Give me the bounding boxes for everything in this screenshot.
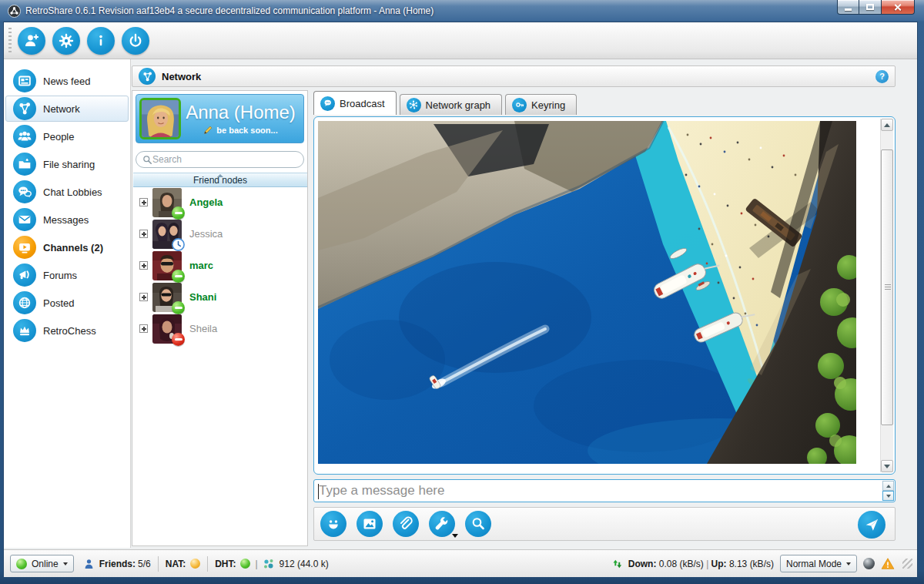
expand-icon[interactable]	[139, 324, 148, 333]
content-area: News feed Network People	[4, 59, 917, 549]
send-button[interactable]	[858, 511, 886, 539]
image-icon	[360, 515, 379, 533]
sort-ascending-icon	[217, 174, 223, 177]
attach-image-button[interactable]	[357, 511, 383, 537]
paperclip-icon	[397, 515, 415, 533]
chat-settings-button[interactable]	[429, 511, 455, 537]
friend-nodes-header[interactable]: Friend nodes	[133, 173, 307, 187]
search-chat-button[interactable]	[465, 511, 491, 537]
input-scroll-down-button[interactable]	[882, 491, 894, 501]
expand-icon[interactable]	[139, 293, 148, 301]
expand-icon[interactable]	[139, 261, 148, 270]
status-selector[interactable]: Online	[10, 555, 74, 572]
gear-icon	[57, 32, 75, 50]
status-left: Online Friends: 5/6 NAT: DHT:	[4, 555, 329, 572]
message-input[interactable]	[319, 482, 858, 500]
info-icon	[92, 32, 110, 50]
attach-file-button[interactable]	[393, 511, 419, 537]
sidebar-item-retrochess[interactable]: RetroChess	[4, 317, 130, 344]
friend-row-angela[interactable]: Angela	[133, 186, 307, 218]
tab-keyring[interactable]: Keyring	[505, 94, 577, 115]
power-icon	[126, 32, 145, 50]
tab-network-graph[interactable]: Network graph	[400, 94, 503, 115]
avatar	[152, 220, 182, 249]
help-button[interactable]: ?	[875, 70, 889, 83]
status-right: Down: 0.08 (kB/s) | Up: 8.13 (kB/s) Norm…	[610, 555, 917, 572]
expand-icon[interactable]	[139, 230, 148, 238]
friend-name: marc	[189, 260, 213, 271]
warning-icon[interactable]	[881, 557, 895, 570]
anna-avatar-photo	[142, 100, 179, 137]
chat-history[interactable]	[313, 116, 896, 475]
close-button[interactable]	[881, 0, 915, 15]
title-bar[interactable]: RetroShare 0.6.1 Revision aaf13eb4 a sec…	[0, 0, 924, 22]
sidebar-item-news-feed[interactable]: News feed	[4, 67, 130, 95]
scroll-up-button[interactable]	[881, 119, 893, 131]
sidebar-item-channels[interactable]: Channels (2)	[4, 233, 130, 261]
chat-bubbles-icon	[13, 180, 36, 203]
channels-icon	[13, 236, 36, 259]
pipe-separator: |	[255, 559, 257, 569]
status-message-button[interactable]: be back soon...	[181, 125, 300, 135]
search-input[interactable]	[152, 154, 297, 165]
friend-row-marc[interactable]: marc	[133, 250, 307, 281]
avatar	[152, 188, 182, 217]
tab-broadcast[interactable]: Broadcast	[313, 91, 397, 115]
friend-row-sheila[interactable]: Sheila	[133, 313, 307, 344]
toolbar-grip[interactable]	[8, 28, 12, 54]
friend-search[interactable]	[136, 151, 304, 168]
about-button[interactable]	[87, 27, 115, 55]
application-window: RetroShare 0.6.1 Revision aaf13eb4 a sec…	[0, 0, 924, 584]
mode-selector[interactable]: Normal Mode	[780, 555, 857, 572]
add-friend-icon	[22, 32, 41, 50]
add-friend-button[interactable]	[18, 27, 45, 55]
quit-button[interactable]	[122, 27, 149, 55]
dht-status-icon	[240, 559, 250, 569]
folder-share-icon	[13, 153, 36, 176]
sidebar-item-messages[interactable]: Messages	[4, 206, 130, 233]
maximize-icon	[866, 4, 874, 10]
chevron-down-icon	[63, 562, 68, 566]
maximize-button[interactable]	[859, 0, 881, 15]
nat-label: NAT:	[166, 559, 186, 569]
sidebar: News feed Network People	[4, 59, 131, 548]
close-icon	[894, 3, 902, 12]
profile-card: Anna (Home) be back soon...	[136, 94, 304, 143]
network-icon	[139, 68, 156, 85]
tab-label: Keyring	[531, 99, 565, 111]
expand-icon[interactable]	[139, 198, 148, 206]
smiley-icon	[324, 515, 343, 533]
sidebar-item-people[interactable]: People	[4, 123, 130, 150]
main-toolbar	[4, 22, 917, 59]
dht-label: DHT:	[215, 559, 236, 569]
sidebar-item-posted[interactable]: Posted	[4, 289, 130, 317]
sidebar-item-label: Channels (2)	[43, 242, 103, 253]
separator	[158, 556, 159, 572]
sidebar-item-network[interactable]: Network	[4, 95, 130, 123]
message-input-box[interactable]	[313, 479, 896, 502]
discovery-status-icon[interactable]	[863, 558, 875, 569]
input-scroll-up-button[interactable]	[882, 481, 894, 491]
avatar[interactable]	[139, 98, 181, 139]
friends-label: Friends:	[99, 559, 136, 569]
peers-value: 912 (44.0 k)	[280, 559, 329, 569]
separator	[207, 556, 208, 572]
friend-row-shani[interactable]: Shani	[133, 281, 307, 313]
main-frame: News feed Network People	[3, 22, 918, 576]
status-selector-label: Online	[32, 559, 59, 569]
scroll-down-button[interactable]	[881, 460, 893, 472]
minimize-button[interactable]	[837, 0, 859, 15]
peers-cluster-icon	[263, 558, 275, 570]
chat-bubble-icon	[320, 96, 335, 111]
sidebar-item-file-sharing[interactable]: File sharing	[4, 150, 130, 178]
history-scrollbar[interactable]	[880, 119, 893, 472]
minimize-icon	[845, 8, 852, 11]
scrollbar-thumb[interactable]	[881, 149, 893, 425]
sidebar-item-chat-lobbies[interactable]: Chat Lobbies	[4, 178, 130, 206]
sidebar-item-forums[interactable]: Forums	[4, 261, 130, 289]
options-button[interactable]	[52, 27, 80, 55]
mode-selector-label: Normal Mode	[786, 559, 842, 569]
friend-row-jessica[interactable]: Jessica	[133, 218, 307, 250]
emoticon-button[interactable]	[320, 511, 346, 537]
resize-grip[interactable]	[902, 559, 912, 569]
